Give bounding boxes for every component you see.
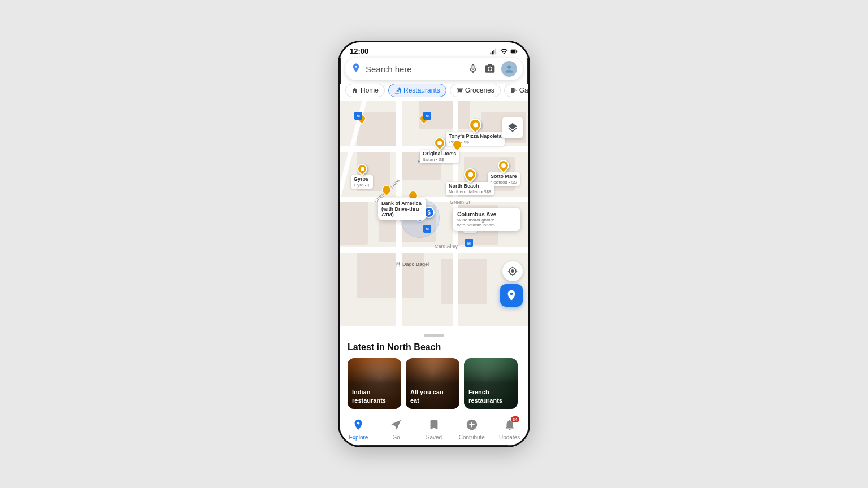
bank-popup[interactable]: Bank of America (with Drive-thru ATM) — [378, 198, 426, 220]
location-pin-icon — [351, 63, 361, 73]
status-icons — [490, 47, 518, 55]
updates-badge: 34 — [511, 416, 519, 422]
svg-rect-3 — [495, 48, 496, 54]
nav-go-label: Go — [393, 434, 400, 441]
chip-home-label: Home — [361, 86, 379, 94]
navigate-button[interactable] — [500, 284, 523, 307]
card-french-label: Frenchrestaurants — [468, 388, 502, 404]
status-time: 12:00 — [350, 47, 368, 55]
transit-pin-2: M — [423, 112, 431, 120]
nav-explore[interactable]: Explore — [344, 419, 372, 441]
location-button[interactable] — [502, 261, 523, 281]
saved-icon — [428, 419, 440, 431]
contribute-icon — [466, 419, 478, 431]
search-placeholder[interactable]: Search here — [366, 64, 463, 74]
columbus-popup-title: Columbus Ave — [457, 211, 516, 217]
card-french[interactable]: Frenchrestaurants — [464, 358, 518, 409]
bank-popup-title: Bank of America (with Drive-thru ATM) — [381, 201, 423, 217]
chip-groceries[interactable]: Groceries — [450, 84, 501, 97]
gas-chip-icon — [510, 87, 517, 94]
svg-rect-2 — [493, 50, 494, 54]
columbus-popup-sub: Wide thoroughfarewith notable landm... — [457, 217, 516, 228]
pin-small-3 — [453, 140, 462, 149]
search-actions — [467, 61, 517, 77]
nav-go-icon-wrap — [390, 419, 402, 433]
card-alley-label: Card Alley — [435, 243, 458, 249]
chip-gas-label: Gas — [519, 86, 528, 94]
nav-updates-icon-wrap: 34 — [504, 419, 516, 433]
nav-contribute-icon-wrap — [466, 419, 478, 433]
svg-point-7 — [355, 66, 357, 68]
chip-gas[interactable]: Gas — [504, 84, 528, 97]
chip-groceries-label: Groceries — [465, 86, 494, 94]
svg-rect-0 — [491, 52, 492, 54]
bottom-sheet: Latest in North Beach Indianrestaurants … — [340, 326, 528, 415]
transit-pin-4: M — [465, 239, 473, 247]
battery-icon — [510, 47, 518, 55]
card-indian-label: Indianrestaurants — [352, 388, 386, 404]
card-allyoucaneat[interactable]: All you caneat — [406, 358, 459, 409]
nav-explore-label: Explore — [349, 434, 368, 441]
bottom-nav: Explore Go Saved Contribute 34 Updat — [340, 415, 528, 445]
svg-rect-6 — [517, 50, 518, 51]
explore-icon — [352, 419, 364, 431]
section-title: Latest in North Beach — [348, 342, 520, 352]
pin-gyros[interactable]: GyrosGyro • $ — [351, 164, 373, 189]
nav-contribute[interactable]: Contribute — [458, 419, 486, 441]
map-block — [441, 259, 487, 304]
drag-handle[interactable] — [424, 334, 444, 337]
map-block — [340, 199, 368, 245]
map-block — [357, 253, 424, 298]
avatar[interactable] — [501, 61, 517, 77]
cards-row: Indianrestaurants All you caneat Frenchr… — [348, 358, 520, 415]
pin-north-beach[interactable]: North BeachNorthern Italian • $$$ — [446, 168, 494, 195]
maps-pin-icon — [351, 63, 361, 75]
nav-go[interactable]: Go — [382, 419, 410, 441]
signal-icon — [490, 47, 498, 55]
chip-home[interactable]: Home — [345, 84, 385, 97]
map-road-h2 — [340, 197, 528, 202]
map-area[interactable]: Columbus Ave Red Window Green St Card Al… — [340, 101, 528, 326]
layers-button[interactable] — [502, 117, 523, 138]
my-location-icon — [507, 266, 518, 276]
status-bar: 12:00 — [340, 42, 528, 58]
nav-saved-label: Saved — [426, 434, 442, 441]
nav-updates-label: Updates — [499, 434, 520, 441]
chip-restaurants-label: Restaurants — [403, 86, 440, 94]
green-st-label: Green St — [450, 199, 470, 205]
card-indian[interactable]: Indianrestaurants — [348, 358, 401, 409]
columbus-popup[interactable]: Columbus Ave Wide thoroughfarewith notab… — [453, 208, 520, 231]
pin-small-4 — [382, 185, 391, 194]
home-chip-icon — [351, 87, 358, 94]
dago-bagel-label: Dago Bagel — [395, 262, 429, 267]
transit-pin-3: M — [423, 225, 431, 233]
microphone-icon[interactable] — [467, 63, 479, 75]
groceries-chip-icon — [456, 87, 463, 94]
restaurant-chip-icon — [394, 87, 401, 94]
svg-rect-5 — [511, 50, 516, 52]
layers-icon — [507, 122, 518, 133]
map-road-h3 — [340, 247, 528, 253]
nav-saved-icon-wrap — [428, 419, 440, 433]
nav-contribute-label: Contribute — [459, 434, 485, 441]
chip-restaurants[interactable]: Restaurants — [388, 84, 446, 97]
nav-explore-icon-wrap — [352, 419, 364, 433]
transit-pin-1: M — [354, 112, 362, 120]
svg-rect-1 — [492, 51, 493, 54]
search-bar[interactable]: Search here — [345, 58, 523, 80]
chips-row: Home Restaurants Groceries Gas — [340, 84, 528, 101]
phone-frame: 12:00 SF Italian Athletic Club Search he… — [338, 41, 530, 447]
nav-updates[interactable]: 34 Updates — [496, 419, 524, 441]
navigation-icon — [505, 289, 518, 302]
go-icon — [390, 419, 402, 431]
wifi-icon — [500, 47, 508, 55]
nav-saved[interactable]: Saved — [420, 419, 448, 441]
card-ayce-label: All you caneat — [410, 388, 444, 404]
camera-icon[interactable] — [484, 63, 496, 75]
